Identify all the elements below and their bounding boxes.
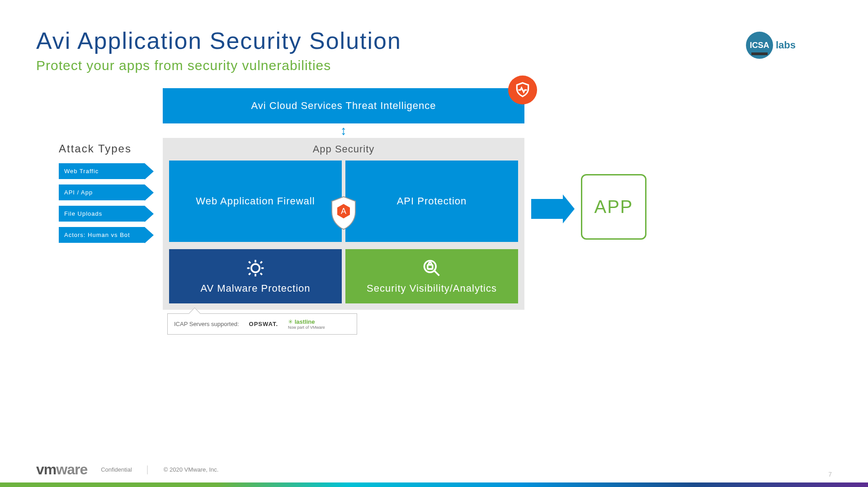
waf-label: Web Application Firewall xyxy=(196,195,315,207)
slide-title: Avi Application Security Solution xyxy=(36,27,832,54)
attack-arrow: Actors: Human vs Bot xyxy=(59,227,145,243)
icsa-labs-logo: ICSA labs xyxy=(746,27,832,63)
shield-hex-icon: A xyxy=(329,196,358,230)
svg-point-2 xyxy=(251,264,259,272)
lastline-subtext: Now part of VMware xyxy=(288,325,325,330)
bug-icon xyxy=(245,258,265,278)
api-protection-label: API Protection xyxy=(397,195,467,207)
av-malware-label: AV Malware Protection xyxy=(200,283,310,294)
cloud-services-label: Avi Cloud Services Threat Intelligence xyxy=(251,100,436,111)
lastline-text: lastline xyxy=(295,318,315,325)
threat-shield-pulse-icon xyxy=(508,76,537,104)
icap-label: ICAP Servers supported: xyxy=(174,321,239,327)
app-security-container: App Security Web Application Firewall AP… xyxy=(163,138,524,310)
labs-text: labs xyxy=(776,39,796,51)
svg-text:A: A xyxy=(341,207,346,216)
app-box: APP xyxy=(581,174,646,240)
svg-rect-4 xyxy=(428,265,433,269)
page-number: 7 xyxy=(828,471,832,478)
visibility-analytics-cell: Security Visibility/Analytics xyxy=(345,249,518,303)
visibility-analytics-label: Security Visibility/Analytics xyxy=(367,283,497,294)
confidential-label: Confidential xyxy=(101,466,132,473)
vmware-logo: vmware xyxy=(36,461,87,478)
slide-subtitle: Protect your apps from security vulnerab… xyxy=(36,58,832,73)
waf-cell: Web Application Firewall xyxy=(169,161,342,242)
icsa-circle-icon: ICSA xyxy=(746,32,773,59)
lastline-logo: ✳ lastline Now part of VMware xyxy=(288,318,325,330)
attack-arrow: Web Traffic xyxy=(59,163,145,179)
gradient-bar xyxy=(0,482,868,487)
attack-types-heading: Attack Types xyxy=(59,142,158,155)
attack-arrow: API / App xyxy=(59,184,145,200)
av-malware-cell: AV Malware Protection xyxy=(169,249,342,303)
attack-types-column: Attack Types Web Traffic API / App File … xyxy=(59,142,158,248)
api-protection-cell: API Protection xyxy=(345,161,518,242)
opswat-logo-text: OPSWAT. xyxy=(249,321,278,327)
attack-arrow: File Uploads xyxy=(59,206,145,222)
flow-arrow-icon xyxy=(531,199,563,219)
app-security-heading: App Security xyxy=(169,143,518,155)
slide: Avi Application Security Solution Protec… xyxy=(0,0,868,487)
diagram-stack: Avi Cloud Services Threat Intelligence ↕… xyxy=(163,88,524,335)
cloud-services-bar: Avi Cloud Services Threat Intelligence xyxy=(163,88,524,123)
bidirectional-arrow-icon: ↕ xyxy=(163,123,524,138)
footer: vmware Confidential │ © 2020 VMware, Inc… xyxy=(36,461,832,478)
magnify-lock-icon xyxy=(422,258,442,278)
security-grid: Web Application Firewall API Protection … xyxy=(169,161,518,303)
copyright-label: © 2020 VMware, Inc. xyxy=(164,466,219,473)
icap-callout: ICAP Servers supported: OPSWAT. ✳ lastli… xyxy=(167,313,357,335)
